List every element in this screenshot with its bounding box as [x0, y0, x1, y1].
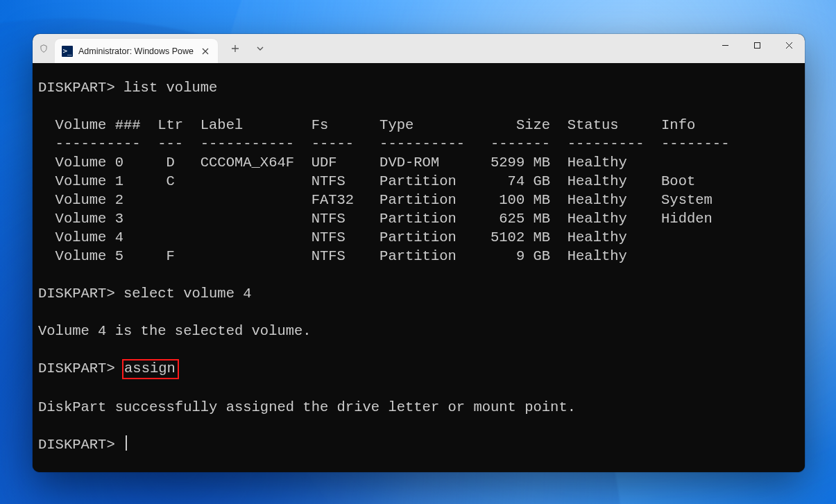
- highlighted-command: assign: [122, 359, 179, 379]
- table-row: Volume 5 F NTFS Partition 9 GB Healthy: [33, 247, 805, 266]
- prompt-current: DISKPART>: [33, 435, 805, 454]
- msg-selected: Volume 4 is the selected volume.: [33, 322, 805, 340]
- prompt-select-volume: DISKPART> select volume 4: [33, 284, 805, 303]
- terminal-body[interactable]: DISKPART> list volume Volume ### Ltr Lab…: [33, 63, 805, 472]
- minimize-button[interactable]: [709, 34, 741, 56]
- table-row: Volume 4 NTFS Partition 5102 MB Healthy: [33, 228, 805, 247]
- tab-title: Administrator: Windows Powe: [78, 46, 194, 56]
- close-button[interactable]: [773, 34, 805, 56]
- tab-dropdown-button[interactable]: [248, 38, 272, 59]
- table-row: Volume 1 C NTFS Partition 74 GB Healthy …: [33, 172, 805, 191]
- maximize-button[interactable]: [741, 34, 773, 56]
- msg-assigned: DiskPart successfully assigned the drive…: [33, 398, 805, 417]
- powershell-icon: >_: [62, 46, 73, 57]
- titlebar[interactable]: >_ Administrator: Windows Powe: [33, 34, 805, 63]
- terminal-line: [33, 340, 805, 359]
- prompt-list-volume: DISKPART> list volume: [33, 78, 805, 97]
- terminal-line: [33, 417, 805, 435]
- tab-active[interactable]: >_ Administrator: Windows Powe: [55, 39, 218, 63]
- prompt-assign: DISKPART> assign: [33, 359, 805, 379]
- terminal-line: [33, 266, 805, 284]
- svg-rect-0: [754, 42, 760, 48]
- tab-close-button[interactable]: [198, 44, 212, 58]
- table-header: Volume ### Ltr Label Fs Type Size Status…: [33, 116, 805, 134]
- table-row: Volume 3 NTFS Partition 625 MB Healthy H…: [33, 209, 805, 228]
- terminal-line: [33, 97, 805, 116]
- table-divider: ---------- --- ----------- ----- -------…: [33, 134, 805, 153]
- table-row: Volume 0 D CCCOMA_X64F UDF DVD-ROM 5299 …: [33, 153, 805, 172]
- terminal-line: [33, 303, 805, 322]
- titlebar-drag-region[interactable]: [272, 34, 709, 63]
- cursor: [126, 435, 127, 451]
- titlebar-shield-icon: [33, 34, 55, 63]
- table-row: Volume 2 FAT32 Partition 100 MB Healthy …: [33, 191, 805, 209]
- new-tab-button[interactable]: [223, 38, 247, 59]
- terminal-window: >_ Administrator: Windows Powe: [33, 34, 805, 472]
- terminal-line: [33, 379, 805, 398]
